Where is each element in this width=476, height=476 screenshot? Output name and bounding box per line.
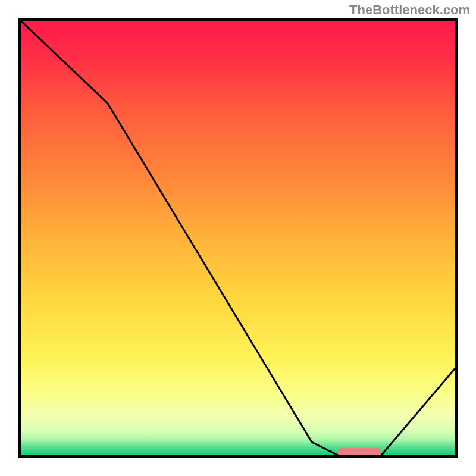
chart-plot-area [21,21,455,455]
chart-curve-layer [21,21,455,455]
chart-frame [18,18,458,458]
watermark: TheBottleneck.com [349,2,470,18]
bottleneck-curve [21,21,455,455]
optimal-marker [338,448,381,455]
